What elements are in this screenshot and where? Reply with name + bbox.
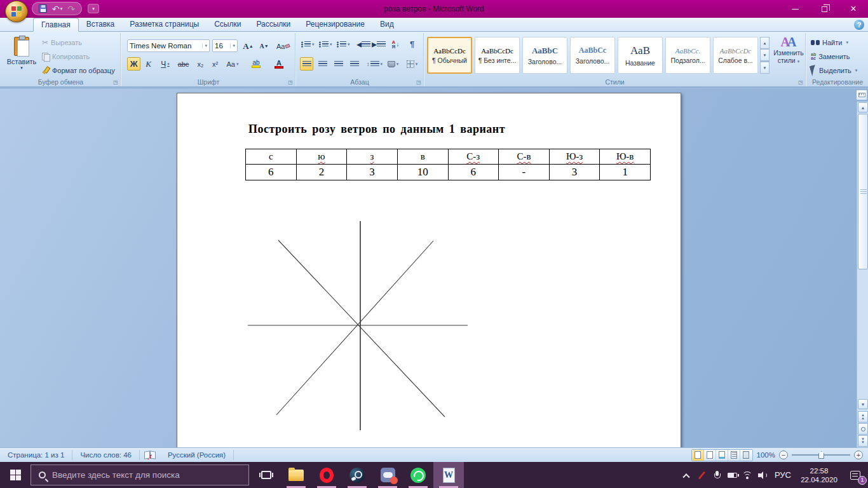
styles-dialog-launcher[interactable] <box>797 79 804 86</box>
help-button[interactable]: ? <box>854 20 864 30</box>
shading-button[interactable]: ▾ <box>386 57 400 71</box>
ruler-toggle-button[interactable] <box>856 90 867 100</box>
fullscreen-reading-view-button[interactable] <box>704 450 716 461</box>
web-layout-view-button[interactable] <box>716 450 728 461</box>
cut-button[interactable]: ✂ Вырезать <box>42 36 118 49</box>
header-cell[interactable]: с <box>246 149 297 165</box>
taskbar-steam[interactable] <box>342 462 372 488</box>
clear-formatting-button[interactable]: Aa <box>276 39 290 53</box>
value-cell[interactable]: 6 <box>448 165 499 180</box>
style-normal[interactable]: AaBbCcDc ¶ Обычный <box>427 37 472 74</box>
increase-indent-button[interactable]: ▸ <box>371 37 386 51</box>
value-cell[interactable]: - <box>499 165 550 180</box>
document-page[interactable]: Построить розу ветров по данным 1 вариан… <box>177 93 681 447</box>
tray-wifi[interactable] <box>740 462 755 488</box>
value-cell[interactable]: 2 <box>296 165 347 180</box>
header-cell[interactable]: з <box>347 149 398 165</box>
print-layout-view-button[interactable] <box>692 450 704 461</box>
paragraph-dialog-launcher[interactable] <box>416 79 422 86</box>
language-switcher[interactable]: РУС <box>770 470 796 480</box>
start-button[interactable] <box>0 462 31 488</box>
borders-button[interactable]: ▾ <box>405 57 419 71</box>
style-title[interactable]: АаВ Название <box>618 37 663 74</box>
zoom-slider-thumb[interactable] <box>818 451 824 459</box>
outline-view-button[interactable] <box>728 450 740 461</box>
tab-page-layout[interactable]: Разметка страницы <box>122 18 207 32</box>
tab-mailings[interactable]: Рассылки <box>248 18 298 32</box>
select-button[interactable]: Выделить ▾ <box>811 64 867 77</box>
draft-view-button[interactable] <box>740 450 752 461</box>
sort-button[interactable]: АЯ ↓ <box>389 37 402 51</box>
tab-review[interactable]: Рецензирование <box>298 18 372 32</box>
scroll-down-button[interactable]: ▼ <box>858 399 868 409</box>
italic-button[interactable]: К <box>142 57 155 71</box>
style-no-spacing[interactable]: AaBbCcDc ¶ Без инте... <box>475 37 520 74</box>
shrink-font-button[interactable]: A▼ <box>257 39 271 53</box>
multilevel-list-button[interactable]: ▾ <box>336 37 351 51</box>
highlight-color-button[interactable]: ab <box>247 57 266 71</box>
close-button[interactable]: × <box>839 0 868 18</box>
align-center-button[interactable] <box>316 57 329 71</box>
tray-volume[interactable] <box>755 462 770 488</box>
font-dialog-launcher[interactable] <box>287 79 294 86</box>
font-color-button[interactable]: А <box>269 57 288 71</box>
format-painter-button[interactable]: Формат по образцу <box>42 64 118 77</box>
value-cell[interactable]: 3 <box>549 165 600 180</box>
scroll-up-button[interactable]: ▲ <box>858 102 868 112</box>
clipboard-dialog-launcher[interactable] <box>112 79 119 86</box>
tray-microphone[interactable] <box>709 462 724 488</box>
header-cell[interactable]: в <box>397 149 448 165</box>
header-cell[interactable]: С-в <box>499 149 550 165</box>
taskbar-search-input[interactable]: Введите здесь текст для поиска <box>31 464 249 485</box>
zoom-out-button[interactable]: − <box>779 451 788 459</box>
zoom-in-button[interactable]: + <box>854 451 863 459</box>
taskbar-whatsapp[interactable] <box>403 462 433 488</box>
minimize-button[interactable] <box>780 0 810 18</box>
style-heading2[interactable]: AaBbCc Заголово... <box>570 37 615 74</box>
restore-button[interactable] <box>810 0 839 18</box>
font-family-combo[interactable]: Times New Roman ▾ <box>127 39 210 52</box>
header-cell[interactable]: С-з <box>448 149 499 165</box>
decrease-indent-button[interactable]: ◂ <box>356 37 371 51</box>
copy-button[interactable]: Копировать <box>42 50 118 63</box>
change-styles-button[interactable]: АА Изменить стили ▾ <box>773 35 804 78</box>
grow-font-button[interactable]: A▲ <box>241 39 255 53</box>
header-cell[interactable]: Ю-в <box>600 149 651 165</box>
proofing-status[interactable]: ✗ <box>140 450 160 460</box>
taskbar-opera[interactable] <box>311 462 342 488</box>
styles-scroll-down-button[interactable]: ▼ <box>760 49 770 61</box>
select-browse-object-button[interactable] <box>858 423 868 435</box>
wind-data-table[interactable]: с ю з в С-з С-в Ю-з Ю-в 6 2 3 10 6 - 3 <box>245 149 651 180</box>
styles-gallery-more-button[interactable]: ▼ <box>760 61 770 74</box>
font-size-combo[interactable]: 16 ▾ <box>212 39 238 52</box>
style-heading1[interactable]: AaBbC Заголово... <box>522 37 567 74</box>
bullets-button[interactable]: ▾ <box>300 37 315 51</box>
action-center-button[interactable]: 1 <box>843 462 868 488</box>
tray-pen-app[interactable] <box>694 462 709 488</box>
style-subtle-emphasis[interactable]: AaBbCcDc Слабое в... <box>713 37 758 74</box>
header-cell[interactable]: Ю-з <box>549 149 600 165</box>
value-cell[interactable]: 3 <box>347 165 398 180</box>
zoom-slider[interactable] <box>792 451 850 459</box>
tab-home[interactable]: Главная <box>33 18 79 32</box>
numbering-button[interactable]: ▾ <box>318 37 333 51</box>
replace-button[interactable]: abac Заменить <box>811 50 867 63</box>
styles-scroll-up-button[interactable]: ▲ <box>760 37 770 49</box>
line-spacing-button[interactable]: ↕▾ <box>366 57 383 71</box>
zoom-level[interactable]: 100% <box>757 451 775 459</box>
language-indicator[interactable]: Русский (Россия) <box>160 450 234 460</box>
value-cell[interactable]: 1 <box>600 165 651 180</box>
strikethrough-button[interactable]: abc <box>177 57 190 71</box>
taskbar-clock[interactable]: 22:58 22.04.2020 <box>796 466 843 484</box>
taskbar-discord[interactable] <box>372 462 403 488</box>
change-case-button[interactable]: Aa▾ <box>223 57 242 71</box>
tab-insert[interactable]: Вставка <box>79 18 123 32</box>
bold-button[interactable]: Ж <box>127 57 140 71</box>
tray-expand-button[interactable] <box>679 462 694 488</box>
paste-button[interactable]: Вставить ▾ <box>5 35 38 76</box>
find-button[interactable]: Найти ▾ <box>811 36 867 49</box>
align-right-button[interactable] <box>332 57 345 71</box>
scrollbar-thumb[interactable] <box>858 114 868 269</box>
show-marks-button[interactable]: ¶ <box>405 37 419 51</box>
tab-references[interactable]: Ссылки <box>207 18 248 32</box>
